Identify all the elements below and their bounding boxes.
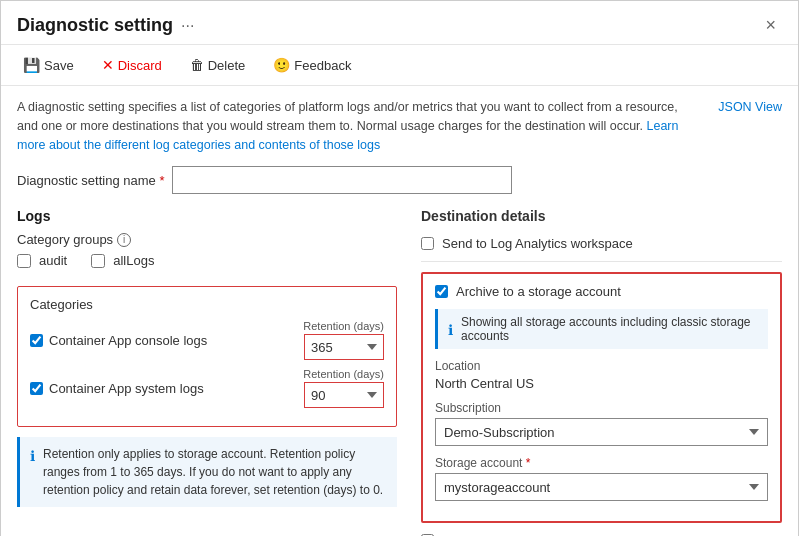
- location-value: North Central US: [435, 376, 768, 391]
- retention-select-1[interactable]: 90 365 30 0: [304, 382, 384, 408]
- subscription-select[interactable]: Demo-Subscription: [435, 418, 768, 446]
- retention-info-text: Retention only applies to storage accoun…: [43, 445, 387, 499]
- archive-box: Archive to a storage account ℹ Showing a…: [421, 272, 782, 523]
- title-row: Diagnostic setting ···: [17, 15, 194, 36]
- discard-icon: ✕: [102, 57, 114, 73]
- cat-label-1: Container App system logs: [49, 381, 204, 396]
- storage-info-text: Showing all storage accounts including c…: [461, 315, 758, 343]
- info-icon-left: ℹ: [30, 446, 35, 467]
- all-logs-checkbox-row: allLogs: [91, 253, 154, 268]
- retention-select-0[interactable]: 365 90 30 0: [304, 334, 384, 360]
- destination-title: Destination details: [421, 208, 782, 224]
- ellipsis-icon[interactable]: ···: [181, 17, 194, 35]
- audit-checkbox-row: audit: [17, 253, 67, 268]
- discard-button[interactable]: ✕ Discard: [96, 53, 168, 77]
- feedback-label: Feedback: [294, 58, 351, 73]
- cat-right-1: Retention (days) 90 365 30 0: [303, 368, 384, 408]
- storage-account-field: Storage account * mystorageaccount: [435, 456, 768, 501]
- delete-label: Delete: [208, 58, 246, 73]
- archive-label: Archive to a storage account: [456, 284, 621, 299]
- retention-label-1: Retention (days): [303, 368, 384, 380]
- retention-label-0: Retention (days): [303, 320, 384, 332]
- left-column: Logs Category groups i audit allLogs: [17, 208, 397, 536]
- subscription-label: Subscription: [435, 401, 768, 415]
- storage-info-icon: ℹ: [448, 322, 453, 338]
- subscription-field: Subscription Demo-Subscription: [435, 401, 768, 446]
- save-icon: 💾: [23, 57, 40, 73]
- categories-box: Categories Container App console logs Re…: [17, 286, 397, 427]
- main-columns: Logs Category groups i audit allLogs: [17, 208, 782, 536]
- all-logs-checkbox[interactable]: [91, 254, 105, 268]
- right-column: Destination details Send to Log Analytic…: [421, 208, 782, 536]
- description-text-block: A diagnostic setting specifies a list of…: [17, 98, 697, 154]
- description-text: A diagnostic setting specifies a list of…: [17, 100, 678, 133]
- location-field: Location North Central US: [435, 359, 768, 391]
- category-groups-header: Category groups i: [17, 232, 397, 247]
- feedback-button[interactable]: 🙂 Feedback: [267, 53, 357, 77]
- name-required: *: [159, 173, 164, 188]
- json-view-link[interactable]: JSON View: [718, 98, 782, 117]
- storage-info-box: ℹ Showing all storage accounts including…: [435, 309, 768, 349]
- storage-account-label: Storage account *: [435, 456, 768, 470]
- feedback-icon: 🙂: [273, 57, 290, 73]
- cat-label-0: Container App console logs: [49, 333, 207, 348]
- description-section: A diagnostic setting specifies a list of…: [17, 98, 782, 154]
- audit-label: audit: [39, 253, 67, 268]
- name-field-row: Diagnostic setting name *: [17, 166, 782, 194]
- storage-account-select[interactable]: mystorageaccount: [435, 473, 768, 501]
- cat-right-0: Retention (days) 365 90 30 0: [303, 320, 384, 360]
- close-button[interactable]: ×: [759, 13, 782, 38]
- save-button[interactable]: 💾 Save: [17, 53, 80, 77]
- cat-left-1: Container App system logs: [30, 381, 204, 396]
- storage-required-mark: *: [526, 456, 531, 470]
- delete-icon: 🗑: [190, 57, 204, 73]
- content-area: A diagnostic setting specifies a list of…: [1, 86, 798, 536]
- save-label: Save: [44, 58, 74, 73]
- logs-section-title: Logs: [17, 208, 397, 224]
- toolbar: 💾 Save ✕ Discard 🗑 Delete 🙂 Feedback: [1, 45, 798, 86]
- delete-button[interactable]: 🗑 Delete: [184, 53, 252, 77]
- discard-label: Discard: [118, 58, 162, 73]
- category-item-0: Container App console logs Retention (da…: [30, 320, 384, 360]
- archive-checkbox[interactable]: [435, 285, 448, 298]
- all-logs-label: allLogs: [113, 253, 154, 268]
- diagnostic-setting-dialog: Diagnostic setting ··· × 💾 Save ✕ Discar…: [0, 0, 799, 536]
- name-label: Diagnostic setting name *: [17, 173, 164, 188]
- audit-checkbox[interactable]: [17, 254, 31, 268]
- location-label: Location: [435, 359, 768, 373]
- diagnostic-name-input[interactable]: [172, 166, 512, 194]
- categories-title: Categories: [30, 297, 384, 312]
- cat-checkbox-0[interactable]: [30, 334, 43, 347]
- dialog-header: Diagnostic setting ··· ×: [1, 1, 798, 45]
- retention-info-box: ℹ Retention only applies to storage acco…: [17, 437, 397, 507]
- category-item-1: Container App system logs Retention (day…: [30, 368, 384, 408]
- archive-header: Archive to a storage account: [435, 284, 768, 299]
- log-analytics-checkbox[interactable]: [421, 237, 434, 250]
- cat-left-0: Container App console logs: [30, 333, 207, 348]
- log-analytics-label: Send to Log Analytics workspace: [442, 236, 633, 251]
- category-groups-info-icon[interactable]: i: [117, 233, 131, 247]
- dialog-title: Diagnostic setting: [17, 15, 173, 36]
- cat-checkbox-1[interactable]: [30, 382, 43, 395]
- log-analytics-row: Send to Log Analytics workspace: [421, 236, 782, 262]
